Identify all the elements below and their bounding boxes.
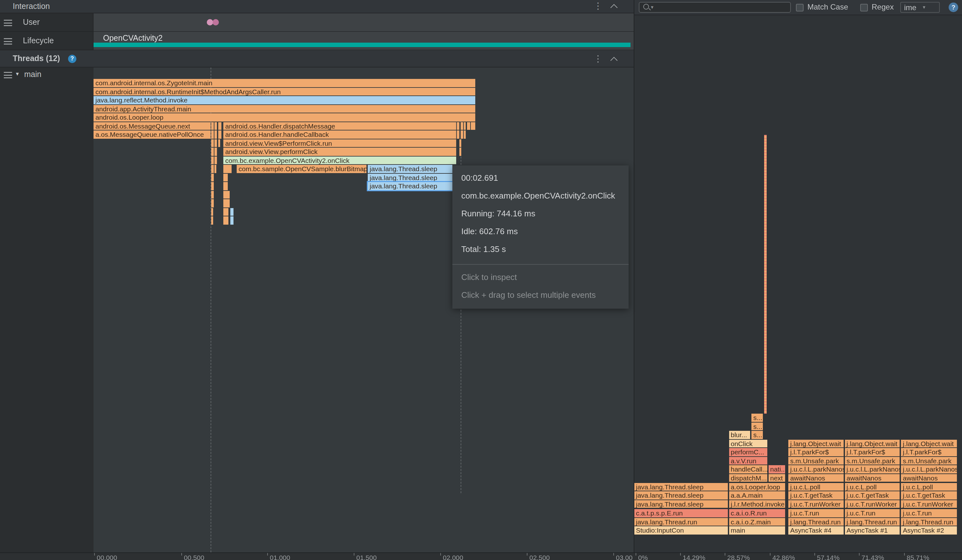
- expand-arrow-icon[interactable]: ▾: [16, 71, 19, 77]
- call-bar[interactable]: com.android.internal.os.ZygoteInit.main: [94, 79, 475, 87]
- flame-bar[interactable]: nati...: [768, 465, 785, 473]
- call-bar-sliver[interactable]: [460, 131, 463, 139]
- threads-help-icon[interactable]: ?: [68, 55, 76, 63]
- call-bar-sliver[interactable]: [211, 190, 214, 199]
- call-bar[interactable]: java.lang.reflect.Method.invoke: [94, 96, 475, 104]
- call-bar[interactable]: a.os.MessageQueue.nativePollOnce: [94, 131, 211, 139]
- call-bar-sliver[interactable]: [223, 182, 228, 190]
- flame-bar[interactable]: AsyncTask #1: [844, 526, 900, 534]
- flame-bar[interactable]: java.lang.Thread.sleep: [634, 500, 728, 508]
- flame-spike[interactable]: [764, 135, 767, 414]
- regex-label[interactable]: Regex: [872, 3, 894, 11]
- call-bar-sliver[interactable]: [211, 173, 214, 181]
- match-case-label[interactable]: Match Case: [807, 3, 848, 11]
- flame-bar[interactable]: j.lang.Thread.run: [901, 518, 957, 526]
- call-bar-sliver[interactable]: [223, 173, 228, 181]
- interaction-collapse-chevron-icon[interactable]: [610, 4, 618, 11]
- flame-bar[interactable]: c.a.t.p.s.p.E.run: [634, 509, 728, 517]
- flame-bar[interactable]: a.a.A.main: [729, 491, 785, 499]
- call-bar-sliver[interactable]: [230, 216, 234, 224]
- call-bar-sliver[interactable]: [223, 216, 228, 224]
- call-bar-sliver[interactable]: [215, 156, 217, 164]
- flame-bar[interactable]: handleCall...: [729, 465, 767, 473]
- flame-bar[interactable]: j.u.c.T.runWorker: [901, 500, 957, 508]
- flame-bar[interactable]: a.v.V.run: [729, 457, 767, 465]
- regex-checkbox[interactable]: [860, 4, 868, 11]
- call-bar-sliver[interactable]: [223, 208, 228, 216]
- flame-bar[interactable]: j.lang.Object.wait: [901, 439, 957, 447]
- flame-bar[interactable]: c.a.i.o.R.run: [729, 509, 785, 517]
- flame-bar[interactable]: s.m.Unsafe.park: [788, 457, 843, 465]
- threads-menu-kebab-icon[interactable]: ⋮: [594, 53, 602, 64]
- flame-bar[interactable]: j.lang.Thread.run: [788, 518, 843, 526]
- call-bar[interactable]: java.lang.Thread.sleep: [368, 173, 452, 181]
- call-bar-sliver[interactable]: [211, 148, 214, 156]
- call-bar[interactable]: android.view.View$PerformClick.run: [223, 139, 456, 147]
- call-bar[interactable]: com.bc.example.OpenCVActivity2.onClick: [223, 156, 456, 164]
- user-event-dot[interactable]: [207, 19, 213, 26]
- flame-bar[interactable]: AsyncTask #2: [901, 526, 957, 534]
- flame-bar[interactable]: j.u.c.L.poll: [844, 483, 900, 491]
- call-bar[interactable]: android.os.Handler.handleCallback: [223, 131, 456, 139]
- flame-bar[interactable]: s...: [751, 422, 763, 430]
- flame-bar[interactable]: s.m.Unsafe.park: [844, 457, 900, 465]
- flame-bar[interactable]: j.l.T.parkFor$: [844, 448, 900, 456]
- call-bar-sliver[interactable]: [211, 165, 214, 173]
- user-event-dot[interactable]: [213, 19, 219, 26]
- call-bar-sliver[interactable]: [459, 148, 461, 156]
- flame-bar[interactable]: s.m.Unsafe.park: [901, 457, 957, 465]
- flame-bar[interactable]: j.lang.Object.wait: [844, 439, 900, 447]
- flame-bar[interactable]: next: [768, 474, 785, 482]
- call-bar[interactable]: java.lang.Thread.sleep: [368, 165, 452, 173]
- flame-bar[interactable]: j.u.c.T.runWorker: [788, 500, 843, 508]
- call-bar-sliver[interactable]: [471, 122, 475, 130]
- call-bar-sliver[interactable]: [211, 139, 214, 147]
- flame-bar[interactable]: main: [729, 526, 785, 534]
- search-input[interactable]: [654, 3, 788, 12]
- threads-collapse-chevron-icon[interactable]: [610, 57, 618, 64]
- flame-bar[interactable]: j.lang.Object.wait: [788, 439, 843, 447]
- call-bar[interactable]: java.lang.Thread.sleep: [368, 182, 452, 190]
- call-bar-sliver[interactable]: [459, 139, 461, 147]
- flame-bar[interactable]: s...: [751, 414, 763, 421]
- flame-bar[interactable]: j.u.c.l.L.parkNanos: [844, 465, 900, 473]
- flame-bar[interactable]: j.u.c.l.L.parkNanos: [901, 465, 957, 473]
- flame-bar[interactable]: Studio:InputCon: [634, 526, 728, 534]
- flame-bar[interactable]: blur...: [729, 431, 750, 439]
- call-bar-sliver[interactable]: [466, 122, 470, 130]
- flame-bar[interactable]: j.u.c.L.poll: [901, 483, 957, 491]
- drag-handle-icon[interactable]: [4, 72, 12, 78]
- flame-bar[interactable]: awaitNanos: [788, 474, 843, 482]
- flame-bar[interactable]: j.l.T.parkFor$: [901, 448, 957, 456]
- flame-bar[interactable]: java.lang.Thread.run: [634, 518, 728, 526]
- flame-bar[interactable]: j.u.c.T.run: [788, 509, 843, 517]
- call-bar-sliver[interactable]: [218, 131, 221, 139]
- call-bar-sliver[interactable]: [460, 122, 463, 130]
- flame-bar[interactable]: j.l.r.Method.invoke: [729, 500, 785, 508]
- search-preset-dropdown[interactable]: ime ▾: [900, 2, 940, 13]
- call-bar-sliver[interactable]: [211, 216, 213, 224]
- call-bar-sliver[interactable]: [215, 165, 216, 173]
- call-bar-sliver[interactable]: [223, 190, 230, 199]
- flame-bar[interactable]: AsyncTask #4: [788, 526, 843, 534]
- call-bar[interactable]: android.os.MessageQueue.next: [94, 122, 211, 130]
- call-bar-sliver[interactable]: [223, 165, 232, 173]
- flame-bar[interactable]: awaitNanos: [844, 474, 900, 482]
- search-options-caret-icon[interactable]: ▾: [651, 5, 654, 10]
- call-bar-sliver[interactable]: [464, 122, 466, 130]
- flame-bar[interactable]: j.u.c.T.getTask: [901, 491, 957, 499]
- flame-bar[interactable]: j.u.c.T.getTask: [788, 491, 843, 499]
- call-bar-sliver[interactable]: [211, 131, 214, 139]
- call-bar-sliver[interactable]: [211, 156, 214, 164]
- flame-search-box[interactable]: ▾: [639, 2, 791, 13]
- call-bar[interactable]: android.os.Looper.loop: [94, 113, 475, 121]
- flame-bar[interactable]: j.u.c.T.getTask: [844, 491, 900, 499]
- flame-bar[interactable]: j.u.c.T.run: [844, 509, 900, 517]
- call-bar-sliver[interactable]: [211, 208, 213, 216]
- flame-bar[interactable]: performC...: [729, 448, 767, 456]
- call-bar-sliver[interactable]: [218, 139, 220, 147]
- call-bar[interactable]: android.app.ActivityThread.main: [94, 105, 475, 113]
- call-bar-sliver[interactable]: [457, 122, 459, 130]
- call-bar-sliver[interactable]: [457, 131, 459, 139]
- flame-bar[interactable]: j.l.T.parkFor$: [788, 448, 843, 456]
